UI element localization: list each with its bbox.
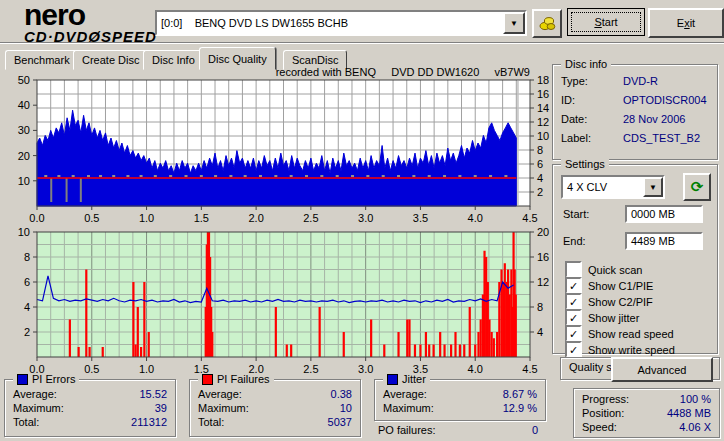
pi-failures-legend-icon (202, 374, 213, 385)
pif-maximum-value: 10 (340, 402, 352, 414)
disc-type-label: Type: (561, 75, 623, 94)
svg-text:1.5: 1.5 (194, 212, 209, 224)
checkbox-icon (565, 261, 582, 278)
svg-text:3.0: 3.0 (358, 363, 373, 375)
svg-text:2.0: 2.0 (248, 212, 263, 224)
svg-text:4: 4 (537, 326, 543, 338)
svg-text:4: 4 (24, 301, 30, 313)
svg-text:6: 6 (24, 276, 30, 288)
speed-value: 4.06 X (679, 421, 711, 433)
pif-average-value: 0.38 (331, 388, 352, 400)
svg-text:0.5: 0.5 (84, 212, 99, 224)
show-jitter-checkbox[interactable]: ✓Show jitter (565, 309, 639, 326)
pi-failures-panel: PI Failures Average:0.38 Maximum:10 Tota… (189, 379, 361, 437)
svg-text:1.0: 1.0 (139, 212, 154, 224)
svg-text:8: 8 (24, 251, 30, 263)
end-position-row: End: 4489 MB (563, 232, 703, 250)
jitter-legend-icon (387, 374, 398, 385)
svg-text:10: 10 (537, 130, 549, 142)
pi-errors-legend-icon (17, 374, 28, 385)
svg-text:4.5: 4.5 (522, 212, 537, 224)
tools-icon (538, 15, 556, 33)
refresh-icon: ⟳ (691, 178, 704, 196)
drive-select-value: [0:0] BENQ DVD LS DW1655 BCHB (157, 17, 503, 29)
settings-panel: Settings 4 X CLV ▼ ⟳ Start: 0000 MB End:… (552, 164, 718, 354)
svg-text:50: 50 (18, 76, 30, 86)
pif-total-value: 5037 (328, 416, 352, 428)
start-button-label: Start (594, 16, 617, 28)
svg-text:16: 16 (537, 88, 549, 100)
show-c1-pie-checkbox[interactable]: ✓Show C1/PIE (565, 277, 653, 294)
svg-text:4: 4 (537, 172, 543, 184)
po-failures-row: PO failures: 0 (378, 424, 538, 436)
tools-button[interactable] (532, 9, 562, 38)
end-position-field[interactable]: 4489 MB (625, 232, 703, 250)
start-position-row: Start: 0000 MB (563, 205, 703, 223)
svg-text:18: 18 (537, 76, 549, 86)
svg-text:1.0: 1.0 (139, 363, 154, 375)
nero-logo-text: nero (24, 2, 174, 28)
svg-text:14: 14 (537, 102, 549, 114)
disc-date-label: Date: (561, 113, 623, 132)
svg-text:16: 16 (537, 251, 549, 263)
disc-label-label: Label: (561, 132, 623, 151)
tab-create-disc[interactable]: Create Disc (73, 50, 148, 70)
pi-failures-title: PI Failures (217, 373, 270, 385)
progress-panel: Progress:100 % Position:4488 MB Speed:4.… (573, 388, 720, 438)
checkbox-icon: ✓ (565, 293, 582, 310)
end-position-label: End: (563, 235, 625, 247)
jitter-title: Jitter (402, 373, 426, 385)
disc-id-value: OPTODISCR004 (623, 94, 707, 113)
svg-text:2.5: 2.5 (303, 212, 318, 224)
disc-info-panel: Disc info Type:DVD-R ID:OPTODISCR004 Dat… (552, 64, 718, 160)
pi-errors-chart: 5040302010181614121086420.00.51.01.52.02… (0, 76, 560, 224)
disc-label-value: CDS_TEST_B2 (623, 132, 700, 151)
svg-text:2: 2 (24, 326, 30, 338)
svg-text:4.0: 4.0 (468, 212, 483, 224)
checkbox-icon: ✓ (565, 341, 582, 358)
chevron-down-icon[interactable]: ▼ (503, 12, 525, 34)
start-button[interactable]: Start (567, 8, 645, 36)
start-position-label: Start: (563, 208, 625, 220)
svg-text:3.0: 3.0 (358, 212, 373, 224)
svg-text:4.0: 4.0 (468, 363, 483, 375)
svg-text:20: 20 (537, 226, 549, 238)
svg-text:20: 20 (18, 150, 30, 162)
disc-type-value: DVD-R (623, 75, 658, 94)
disc-info-title: Disc info (561, 58, 611, 70)
nero-logo: nero CD·DVDØSPEED (24, 2, 174, 45)
exit-button[interactable]: Exit (648, 8, 724, 38)
svg-text:12: 12 (537, 116, 549, 128)
svg-text:6: 6 (537, 158, 543, 170)
svg-text:3.5: 3.5 (413, 212, 428, 224)
position-value: 4488 MB (667, 407, 711, 419)
svg-text:8: 8 (537, 144, 543, 156)
progress-value: 100 % (680, 393, 711, 405)
svg-text:30: 30 (18, 124, 30, 136)
jitter-panel: Jitter Average:8.67 % Maximum:12.9 % (374, 379, 546, 421)
svg-text:12: 12 (537, 276, 549, 288)
show-read-speed-checkbox[interactable]: ✓Show read speed (565, 325, 674, 342)
tab-disc-quality[interactable]: Disc Quality (199, 47, 276, 70)
show-c2-pif-checkbox[interactable]: ✓Show C2/PIF (565, 293, 653, 310)
svg-text:10: 10 (18, 175, 30, 187)
chevron-down-icon[interactable]: ▼ (643, 177, 663, 197)
svg-text:4.5: 4.5 (522, 363, 537, 375)
checkbox-icon: ✓ (565, 277, 582, 294)
jitter-maximum-value: 12.9 % (503, 402, 537, 414)
svg-text:40: 40 (18, 99, 30, 111)
scan-speed-value: 4 X CLV (563, 181, 643, 193)
refresh-button[interactable]: ⟳ (683, 173, 711, 201)
drive-select[interactable]: [0:0] BENQ DVD LS DW1655 BCHB ▼ (155, 10, 527, 36)
tab-benchmark[interactable]: Benchmark (5, 50, 79, 70)
start-position-field[interactable]: 0000 MB (625, 205, 703, 223)
pie-average-value: 15.52 (139, 388, 167, 400)
advanced-button[interactable]: Advanced (611, 357, 713, 382)
show-write-speed-checkbox[interactable]: ✓Show write speed (565, 341, 675, 358)
svg-text:2.5: 2.5 (303, 363, 318, 375)
checkbox-icon: ✓ (565, 325, 582, 342)
quick-scan-checkbox[interactable]: Quick scan (565, 261, 642, 278)
pif-jitter-chart: 108642201612840.00.51.01.52.02.53.03.54.… (0, 226, 560, 376)
pie-maximum-value: 39 (155, 402, 167, 414)
scan-speed-select[interactable]: 4 X CLV ▼ (561, 175, 665, 199)
